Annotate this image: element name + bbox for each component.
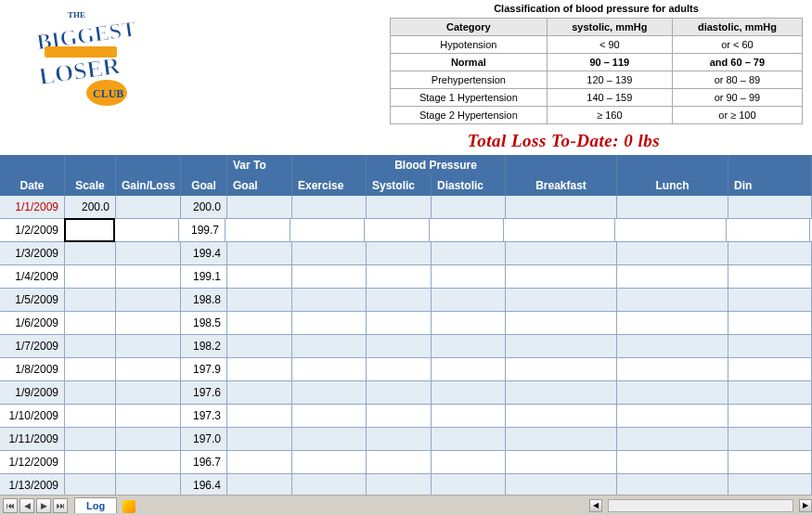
grid-cell[interactable]: 198.2 — [181, 335, 227, 357]
grid-cell[interactable] — [292, 265, 367, 288]
grid-cell[interactable]: 196.4 — [181, 474, 227, 496]
grid-cell[interactable] — [367, 312, 432, 334]
grid-cell[interactable] — [617, 474, 728, 496]
table-row[interactable]: 1/8/2009197.9 — [0, 358, 812, 381]
grid-cell[interactable] — [728, 242, 812, 264]
grid-cell[interactable] — [64, 218, 115, 242]
grid-cell[interactable] — [728, 474, 812, 496]
grid-cell[interactable]: 200.0 — [181, 196, 227, 218]
table-row[interactable]: 1/9/2009197.6 — [0, 381, 812, 405]
grid-cell[interactable] — [617, 405, 728, 427]
grid-cell[interactable] — [617, 196, 728, 218]
h-exercise[interactable]: Exercise — [292, 175, 367, 196]
grid-cell[interactable]: 1/9/2009 — [0, 381, 65, 404]
grid-cell[interactable] — [504, 219, 615, 241]
hscroll-right-button[interactable]: ▶ — [799, 499, 812, 512]
grid-cell[interactable] — [727, 219, 810, 241]
grid-cell[interactable] — [116, 196, 181, 218]
grid-cell[interactable] — [292, 242, 367, 264]
grid-cell[interactable] — [617, 242, 728, 264]
grid-cell[interactable] — [432, 289, 506, 311]
grid-cell[interactable] — [116, 405, 181, 427]
grid-cell[interactable] — [506, 289, 617, 311]
hscroll-track[interactable] — [608, 499, 793, 512]
grid-cell[interactable] — [617, 289, 728, 311]
grid-cell[interactable] — [227, 242, 292, 264]
grid-cell[interactable] — [432, 474, 506, 496]
grid-cell[interactable] — [617, 451, 728, 473]
grid-cell[interactable] — [506, 405, 617, 427]
grid-cell[interactable] — [227, 312, 292, 334]
grid-cell[interactable] — [227, 358, 292, 380]
grid-cell[interactable] — [227, 451, 292, 473]
data-grid[interactable]: 1/1/2009200.0200.01/2/2009199.71/3/20091… — [0, 196, 812, 497]
grid-cell[interactable] — [430, 219, 504, 241]
grid-cell[interactable] — [432, 381, 506, 404]
grid-cell[interactable] — [432, 358, 506, 380]
grid-cell[interactable] — [116, 265, 181, 288]
table-row[interactable]: 1/2/2009199.7 — [0, 219, 812, 242]
grid-cell[interactable]: 1/12/2009 — [0, 451, 65, 473]
grid-cell[interactable] — [617, 265, 728, 288]
grid-cell[interactable]: 200.0 — [65, 196, 116, 218]
table-row[interactable]: 1/6/2009198.5 — [0, 312, 812, 335]
grid-cell[interactable] — [367, 196, 432, 218]
nav-prev-button[interactable]: ◀ — [19, 498, 34, 513]
grid-cell[interactable] — [506, 312, 617, 334]
grid-cell[interactable] — [367, 451, 432, 473]
grid-cell[interactable] — [728, 405, 812, 427]
grid-cell[interactable] — [116, 312, 181, 334]
nav-first-button[interactable]: ⏮ — [3, 498, 18, 513]
grid-cell[interactable] — [227, 289, 292, 311]
grid-cell[interactable] — [65, 289, 116, 311]
grid-cell[interactable] — [615, 219, 727, 241]
h-scale[interactable]: Scale — [65, 175, 116, 196]
new-sheet-icon[interactable] — [122, 500, 135, 513]
grid-cell[interactable] — [292, 289, 367, 311]
grid-cell[interactable] — [114, 219, 179, 241]
grid-cell[interactable] — [65, 474, 116, 496]
grid-cell[interactable] — [227, 428, 292, 450]
grid-cell[interactable]: 1/11/2009 — [0, 428, 65, 450]
grid-cell[interactable]: 1/8/2009 — [0, 358, 65, 380]
grid-cell[interactable] — [65, 335, 116, 357]
grid-cell[interactable] — [292, 381, 367, 404]
grid-cell[interactable] — [432, 312, 506, 334]
grid-cell[interactable] — [290, 219, 365, 241]
grid-cell[interactable] — [367, 474, 432, 496]
grid-cell[interactable] — [65, 428, 116, 450]
h-lunch[interactable]: Lunch — [617, 175, 728, 196]
grid-cell[interactable] — [367, 358, 432, 380]
table-row[interactable]: 1/12/2009196.7 — [0, 451, 812, 474]
table-row[interactable]: 1/10/2009197.3 — [0, 405, 812, 428]
grid-cell[interactable] — [116, 358, 181, 380]
grid-cell[interactable] — [432, 428, 506, 450]
grid-cell[interactable] — [227, 265, 292, 288]
grid-cell[interactable] — [227, 335, 292, 357]
h-systolic[interactable]: Systolic — [367, 175, 432, 196]
grid-cell[interactable] — [367, 289, 432, 311]
grid-cell[interactable]: 1/13/2009 — [0, 474, 65, 496]
nav-last-button[interactable]: ⏭ — [53, 498, 68, 513]
grid-cell[interactable] — [116, 242, 181, 264]
grid-cell[interactable] — [432, 265, 506, 288]
grid-cell[interactable] — [367, 405, 432, 427]
grid-cell[interactable] — [227, 405, 292, 427]
grid-cell[interactable] — [728, 312, 812, 334]
grid-cell[interactable] — [365, 219, 430, 241]
h-var-goal[interactable]: Goal — [227, 175, 292, 196]
grid-cell[interactable] — [226, 219, 290, 241]
h-breakfast[interactable]: Breakfast — [506, 175, 617, 196]
nav-next-button[interactable]: ▶ — [36, 498, 51, 513]
grid-cell[interactable]: 197.3 — [181, 405, 227, 427]
grid-cell[interactable]: 198.5 — [181, 312, 227, 334]
grid-cell[interactable]: 199.7 — [179, 219, 226, 241]
grid-cell[interactable] — [506, 242, 617, 264]
grid-cell[interactable] — [728, 451, 812, 473]
h-dinner[interactable]: Din — [728, 175, 812, 196]
grid-cell[interactable] — [227, 196, 292, 218]
grid-cell[interactable] — [116, 335, 181, 357]
grid-cell[interactable] — [116, 381, 181, 404]
grid-cell[interactable] — [617, 381, 728, 404]
grid-cell[interactable] — [617, 358, 728, 380]
